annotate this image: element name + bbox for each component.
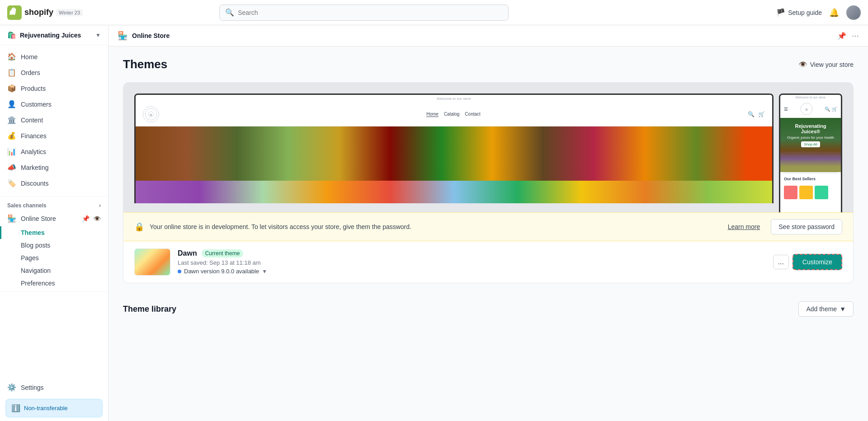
orders-icon: 📋 (7, 68, 16, 77)
learn-more-link[interactable]: Learn more (728, 223, 760, 230)
mobile-divider (784, 172, 837, 173)
sidebar-item-settings[interactable]: ⚙️ Settings (0, 379, 108, 395)
preview-link-catalog: Catalog (444, 112, 459, 117)
sidebar-item-marketing[interactable]: 📣 Marketing (0, 159, 108, 175)
products-icon: 📦 (7, 84, 16, 93)
preview-cart-icon: 🛒 (758, 111, 765, 117)
mobile-logo: ✿ (800, 103, 813, 115)
preview-nav-bar: ✿ Home Catalog Contact 🔍 (136, 103, 772, 126)
avatar-image (846, 5, 861, 20)
sidebar-item-finances-label: Finances (21, 132, 47, 140)
sidebar-item-discounts-label: Discounts (21, 180, 48, 187)
preview-hero (136, 126, 772, 203)
mobile-cart-icon: 🛒 (832, 107, 837, 112)
sidebar-item-pages[interactable]: Pages (0, 252, 108, 264)
sidebar-item-finances[interactable]: 💰 Finances (0, 128, 108, 144)
sidebar-item-products[interactable]: 📦 Products (0, 80, 108, 96)
svg-text:✿: ✿ (150, 113, 152, 117)
sidebar-item-discounts[interactable]: 🏷️ Discounts (0, 175, 108, 191)
preferences-label: Preferences (21, 280, 55, 287)
search-input[interactable] (238, 9, 503, 16)
home-icon: 🏠 (7, 52, 16, 61)
search-icon: 🔍 (225, 8, 234, 17)
online-store-nav-icon: 🏪 (7, 214, 16, 223)
main-layout: 🛍️ Rejuvenating Juices ▼ 🏠 Home 📋 Orders… (0, 25, 868, 421)
topbar-more-icon[interactable]: ⋯ (852, 32, 859, 40)
mobile-shop-all-btn[interactable]: Shop All (801, 141, 820, 147)
version-text: Dawn version 9.0.0 available (184, 268, 259, 275)
current-theme-row: Dawn Current theme Last saved: Sep 13 at… (123, 241, 853, 283)
sales-channels-label: Sales channels › (0, 199, 108, 210)
nav-divider (0, 196, 108, 197)
mobile-welcome-text: Welcome to our store (780, 95, 841, 100)
mobile-menu-icon: ☰ (784, 107, 788, 112)
mobile-search-icon: 🔍 (825, 107, 830, 112)
view-store-eye-icon: 👁️ (798, 60, 807, 69)
main-nav-section: 🏠 Home 📋 Orders 📦 Products 👤 Customers 🏛… (0, 45, 108, 195)
preview-logo-icon: ✿ (145, 108, 157, 121)
theme-more-options-button[interactable]: ... (773, 255, 789, 269)
themes-label: Themes (21, 229, 45, 236)
sidebar-item-home[interactable]: 🏠 Home (0, 49, 108, 65)
mobile-action-icons: 🔍 🛒 (825, 107, 837, 112)
online-store-left: 🏪 Online Store (7, 214, 56, 223)
theme-name: Dawn (178, 249, 197, 257)
view-store-button[interactable]: 👁️ View your store (798, 60, 854, 69)
theme-name-row: Dawn Current theme (178, 249, 766, 257)
sidebar-item-home-label: Home (21, 53, 38, 61)
online-store-icon: 🏪 (118, 31, 127, 41)
store-selector-chevron-icon: ▼ (95, 32, 101, 38)
online-store-nav-item[interactable]: 🏪 Online Store 📌 👁️ (0, 210, 108, 226)
sidebar-item-content[interactable]: 🏛️ Content (0, 112, 108, 128)
sidebar-item-preferences[interactable]: Preferences (0, 277, 108, 290)
sidebar-item-orders-label: Orders (21, 69, 40, 76)
mobile-products-row (780, 184, 841, 201)
discounts-icon: 🏷️ (7, 179, 16, 187)
sidebar-item-analytics[interactable]: 📊 Analytics (0, 144, 108, 159)
user-avatar[interactable] (846, 5, 861, 20)
preview-action-icons: 🔍 🛒 (748, 111, 765, 117)
theme-preview: Welcome to our store ✿ (123, 83, 853, 212)
settings-icon: ⚙️ (7, 383, 16, 392)
alert-text: Your online store is in development. To … (150, 223, 722, 230)
info-icon: ℹ️ (11, 404, 20, 412)
mobile-hero: RejuvenatingJuices®Organic juices for yo… (780, 118, 841, 172)
version-chevron-icon[interactable]: ▼ (262, 268, 267, 275)
brand-name: shopify (24, 8, 53, 17)
preview-nav-links: Home Catalog Contact (426, 112, 481, 117)
see-password-button[interactable]: See store password (771, 219, 842, 234)
store-name: Rejuvenating Juices (20, 32, 92, 39)
non-transferable-text: Non-transferable (24, 405, 68, 412)
topbar-pin-icon[interactable]: 📌 (837, 32, 846, 40)
search-bar[interactable]: 🔍 (219, 5, 509, 21)
current-theme-badge: Current theme (202, 249, 244, 257)
online-store-title-text: Online Store (132, 32, 170, 39)
flag-icon: 🏴 (776, 8, 785, 17)
sidebar-item-customers[interactable]: 👤 Customers (0, 96, 108, 112)
pin-nav-icon[interactable]: 📌 (82, 215, 90, 222)
shopify-logo-icon (7, 5, 22, 20)
add-theme-chevron-icon: ▼ (840, 305, 846, 313)
add-theme-button[interactable]: Add theme ▼ (798, 301, 854, 317)
sidebar-item-orders[interactable]: 📋 Orders (0, 65, 108, 80)
sidebar-item-themes[interactable]: Themes (0, 226, 108, 239)
theme-thumbnail (134, 248, 170, 276)
main-content: Themes 👁️ View your store Welcome to our… (108, 47, 868, 331)
theme-card: Welcome to our store ✿ (123, 82, 854, 283)
customize-button[interactable]: Customize (793, 254, 842, 270)
sidebar-item-navigation[interactable]: Navigation (0, 264, 108, 277)
setup-guide-button[interactable]: 🏴 Setup guide (776, 8, 822, 17)
notifications-bell-icon[interactable]: 🔔 (829, 8, 839, 18)
mobile-product-3 (815, 186, 828, 199)
store-selector[interactable]: 🛍️ Rejuvenating Juices ▼ (0, 25, 108, 45)
sidebar-item-products-label: Products (21, 85, 46, 92)
preview-logo: ✿ (143, 106, 159, 122)
page-header: Themes 👁️ View your store (123, 57, 854, 71)
sidebar-item-blog-posts[interactable]: Blog posts (0, 239, 108, 252)
svg-text:✿: ✿ (805, 108, 808, 111)
preview-welcome-text: Welcome to our store (136, 95, 772, 103)
sales-channels-chevron-icon[interactable]: › (99, 202, 101, 209)
eye-nav-icon[interactable]: 👁️ (93, 215, 101, 222)
theme-version: Dawn version 9.0.0 available ▼ (178, 268, 766, 275)
setup-guide-label: Setup guide (788, 9, 822, 16)
